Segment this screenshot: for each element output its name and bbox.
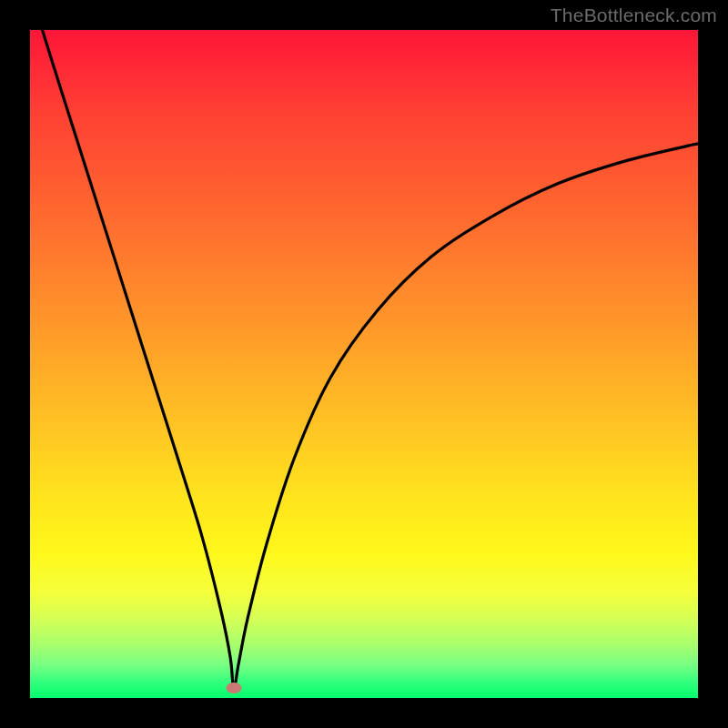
watermark-text: TheBottleneck.com bbox=[551, 5, 717, 26]
minimum-marker bbox=[226, 682, 241, 693]
chart-frame: TheBottleneck.com bbox=[0, 0, 728, 728]
bottleneck-curve bbox=[30, 30, 698, 698]
plot-area bbox=[30, 30, 698, 698]
